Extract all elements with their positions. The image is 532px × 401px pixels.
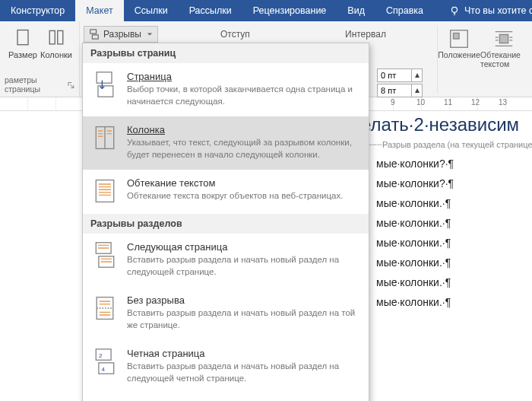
- lightbulb-icon: [449, 5, 460, 16]
- break-evenpage-title: Четная страница: [127, 348, 358, 359]
- indent-group-label: Отступ: [220, 29, 250, 40]
- size-button[interactable]: Размер: [8, 24, 38, 59]
- breaks-icon: [89, 29, 100, 40]
- break-column-item[interactable]: Колонка Указывает, что текст, следующий …: [83, 116, 369, 170]
- interval-group-label: Интервал: [345, 29, 386, 40]
- textwrap-break-icon: [93, 177, 116, 205]
- svg-rect-4: [90, 30, 97, 33]
- ribbon-tabs: Конструктор Макет Ссылки Рассылки Реценз…: [0, 0, 532, 21]
- break-page-item[interactable]: Страница Выбор точки, в которой заканчив…: [83, 63, 369, 116]
- continuous-break-icon: [93, 294, 116, 322]
- break-textwrap-item[interactable]: Обтекание текстом Обтекание текста вокру…: [83, 170, 369, 214]
- spacing-after-input[interactable]: [378, 84, 411, 97]
- columns-button[interactable]: Колонки: [41, 24, 71, 59]
- tellme-label: Что вы хотите сделать?: [464, 5, 532, 16]
- break-textwrap-title: Обтекание текстом: [127, 177, 343, 189]
- tab-mailings[interactable]: Рассылки: [179, 0, 242, 21]
- page-setup-group-label: раметры страницы: [5, 75, 65, 94]
- tab-review[interactable]: Рецензирование: [242, 0, 337, 21]
- break-evenpage-desc: Вставить разрыв раздела и начать новый р…: [127, 361, 358, 384]
- evenpage-break-icon: 24: [93, 348, 116, 375]
- spacing-before-input[interactable]: [378, 69, 411, 81]
- dialog-launcher-icon[interactable]: [68, 81, 74, 89]
- spin-up-icon[interactable]: ▴: [412, 84, 422, 95]
- wrap-icon: [492, 27, 515, 50]
- tab-constructor[interactable]: Конструктор: [0, 0, 75, 21]
- page-setup-group: Размер Колонки раметры страницы: [0, 21, 80, 97]
- ruler-number: 10: [416, 98, 425, 107]
- tab-links[interactable]: Ссылки: [124, 0, 179, 21]
- break-column-title: Колонка: [127, 124, 358, 135]
- wrap-button[interactable]: Обтекание текстом: [480, 26, 527, 93]
- svg-text:4: 4: [102, 366, 106, 373]
- section-breaks-header: Разрывы разделов: [83, 214, 369, 234]
- break-textwrap-desc: Обтекание текста вокруг объектов на веб-…: [127, 190, 343, 202]
- svg-rect-3: [58, 30, 63, 44]
- columns-label: Колонки: [40, 50, 72, 59]
- ruler-number: 11: [444, 98, 452, 107]
- doc-line: мые·колонки.·¶: [376, 256, 532, 269]
- break-column-desc: Указывает, что текст, следующий за разры…: [127, 137, 358, 161]
- spacing-before-spinner[interactable]: ▴▾: [377, 68, 423, 82]
- break-page-title: Страница: [127, 71, 358, 82]
- chevron-down-icon: [147, 31, 153, 37]
- break-page-desc: Выбор точки, в которой заканчивается одн…: [127, 84, 358, 107]
- doc-line: мые·колонки?·¶: [376, 177, 532, 189]
- ruler-number: 13: [499, 98, 507, 107]
- svg-rect-10: [98, 86, 113, 97]
- nextpage-break-icon: [93, 241, 116, 269]
- svg-text:2: 2: [99, 352, 103, 359]
- break-evenpage-item[interactable]: 24 Четная страница Вставить разрыв разде…: [83, 340, 369, 393]
- doc-line: мые·колонки.·¶: [376, 237, 532, 249]
- svg-rect-8: [499, 34, 508, 43]
- breaks-button[interactable]: Разрывы: [84, 26, 158, 43]
- ruler-number: 9: [391, 98, 395, 107]
- svg-rect-12: [96, 180, 113, 202]
- break-nextpage-item[interactable]: Следующая страница Вставить разрыв разде…: [83, 234, 369, 287]
- section-break-mark: ┈┈┈┈Разрыв раздела (на текущей странице)…: [361, 140, 532, 150]
- position-icon: [448, 27, 470, 50]
- size-label: Размер: [8, 50, 37, 59]
- break-continuous-title: Без разрыва: [127, 294, 358, 306]
- column-break-icon: [93, 124, 116, 151]
- page-breaks-header: Разрывы страниц: [83, 43, 369, 63]
- tab-help[interactable]: Справка: [375, 0, 434, 21]
- position-button[interactable]: Положение: [438, 26, 480, 93]
- doc-line: мые·колонки.·¶: [376, 296, 532, 308]
- doc-line: мые·колонки.·¶: [376, 276, 532, 288]
- doc-line: мые·колонки?·¶: [376, 158, 532, 170]
- tab-tellme[interactable]: Что вы хотите сделать?: [439, 0, 532, 21]
- tab-layout[interactable]: Макет: [75, 0, 123, 21]
- breaks-dropdown: Разрывы страниц Страница Выбор точки, в …: [82, 43, 369, 401]
- position-label: Положение: [438, 50, 480, 59]
- page-size-icon: [12, 27, 33, 49]
- page-break-icon: [93, 71, 116, 98]
- svg-rect-1: [17, 30, 28, 45]
- break-continuous-desc: Вставить разрыв раздела и начать новый р…: [127, 307, 358, 331]
- ruler-number: 12: [471, 98, 480, 107]
- arrange-group: Положение Обтекание текстом: [437, 26, 527, 93]
- spacing-after-spinner[interactable]: ▴▾: [377, 84, 423, 97]
- svg-rect-5: [92, 35, 98, 39]
- break-nextpage-desc: Вставить разрыв раздела и начать новый р…: [127, 254, 358, 278]
- svg-point-0: [452, 7, 458, 12]
- tab-view[interactable]: Вид: [337, 0, 375, 21]
- breaks-label: Разрывы: [103, 29, 141, 40]
- doc-heading: елать·2·независим: [361, 114, 532, 135]
- columns-icon: [46, 27, 67, 49]
- wrap-label: Обтекание текстом: [480, 50, 527, 68]
- break-continuous-item[interactable]: Без разрыва Вставить разрыв раздела и на…: [83, 287, 369, 340]
- spin-up-icon[interactable]: ▴: [412, 69, 422, 80]
- svg-rect-9: [97, 72, 112, 83]
- svg-rect-2: [49, 30, 55, 44]
- doc-line: мые·колонки.·¶: [376, 197, 532, 209]
- doc-line: мые·колонки.·¶: [376, 217, 532, 229]
- break-oddpage-item[interactable]: 13 Нечетная страница Вставить разрыв раз…: [83, 393, 369, 401]
- svg-rect-7: [454, 33, 460, 40]
- break-nextpage-title: Следующая страница: [127, 241, 358, 253]
